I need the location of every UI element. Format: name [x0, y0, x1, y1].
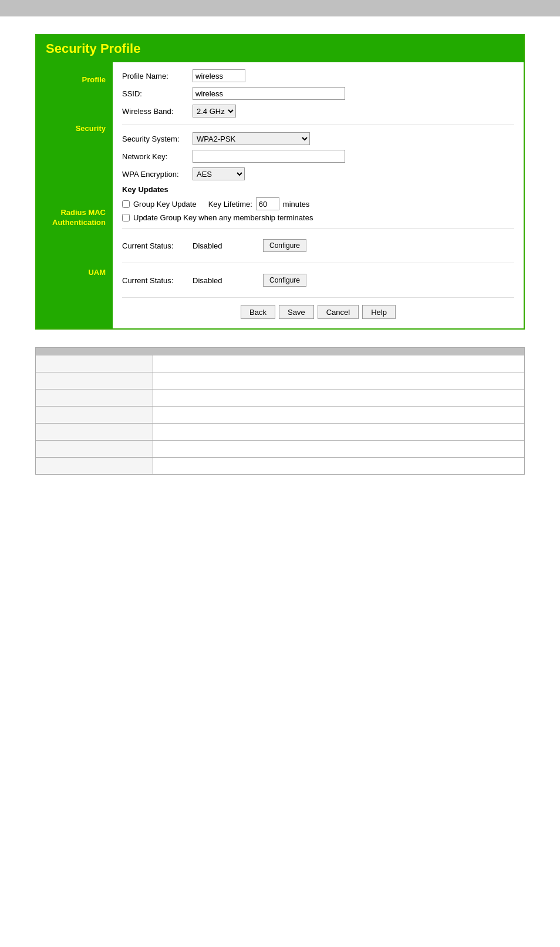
sidebar-profile-label: Profile — [41, 73, 108, 86]
table-cell-left — [36, 441, 153, 458]
uam-section: Current Status: Disabled Configure — [122, 263, 514, 291]
key-lifetime-label: Key Lifetime: — [208, 200, 252, 209]
uam-configure-button[interactable]: Configure — [263, 274, 306, 287]
network-key-input[interactable] — [193, 150, 345, 163]
update-group-key-label: Update Group Key when any membership ter… — [133, 213, 313, 222]
table-cell-left — [36, 372, 153, 389]
card-header: Security Profile — [36, 35, 524, 62]
wpa-encryption-select[interactable]: AES TKIP AES+TKIP — [193, 167, 245, 180]
section-divider-1 — [122, 125, 514, 125]
security-system-row: Security System: None WEP WPA-PSK WPA2-P… — [122, 132, 514, 145]
table-row — [36, 424, 525, 441]
group-key-update-checkbox[interactable] — [122, 200, 130, 208]
ssid-label: SSID: — [122, 89, 193, 98]
table-cell-right — [153, 389, 525, 407]
radius-configure-button[interactable]: Configure — [263, 239, 306, 252]
radius-status-row: Current Status: Disabled Configure — [122, 234, 514, 257]
group-key-update-label: Group Key Update — [133, 200, 197, 209]
top-bar — [0, 0, 560, 16]
help-button[interactable]: Help — [362, 305, 396, 319]
ssid-row: SSID: — [122, 87, 514, 100]
save-button[interactable]: Save — [279, 305, 314, 319]
card-body: Profile Security Radius MAC Authenticati… — [36, 62, 524, 328]
table-section — [35, 347, 525, 475]
sidebar-security-label: Security — [41, 122, 108, 135]
radius-status-label: Current Status: — [122, 241, 193, 250]
table-cell-right — [153, 355, 525, 372]
group-key-update-row: Group Key Update Key Lifetime: minutes — [122, 197, 514, 210]
network-key-row: Network Key: — [122, 150, 514, 163]
update-group-key-row: Update Group Key when any membership ter… — [122, 213, 514, 222]
back-button[interactable]: Back — [241, 305, 275, 319]
uam-status-row: Current Status: Disabled Configure — [122, 269, 514, 291]
table-cell-right — [153, 424, 525, 441]
key-updates-title: Key Updates — [122, 185, 514, 194]
table-row — [36, 407, 525, 424]
card-main-content: Profile Name: SSID: Wireless Band: 2.4 G… — [113, 62, 524, 328]
uam-status-value: Disabled — [193, 276, 263, 285]
data-table — [35, 347, 525, 475]
wireless-band-select[interactable]: 2.4 GHz 5 GHz — [193, 105, 236, 117]
wpa-encryption-label: WPA Encryption: — [122, 170, 193, 179]
table-row — [36, 389, 525, 407]
minutes-label: minutes — [283, 200, 310, 209]
security-system-label: Security System: — [122, 135, 193, 143]
table-cell-right — [153, 372, 525, 389]
radius-status-value: Disabled — [193, 241, 263, 250]
table-cell-left — [36, 424, 153, 441]
card-title: Security Profile — [46, 41, 140, 56]
wireless-band-row: Wireless Band: 2.4 GHz 5 GHz — [122, 105, 514, 117]
table-cell-right — [153, 407, 525, 424]
wpa-encryption-row: WPA Encryption: AES TKIP AES+TKIP — [122, 167, 514, 180]
table-row — [36, 372, 525, 389]
table-header-cell — [36, 348, 525, 355]
table-cell-left — [36, 458, 153, 475]
wireless-band-label: Wireless Band: — [122, 107, 193, 116]
table-cell-left — [36, 355, 153, 372]
profile-name-input[interactable] — [193, 69, 245, 82]
table-cell-left — [36, 407, 153, 424]
security-system-select[interactable]: None WEP WPA-PSK WPA2-PSK WPA-Enterprise — [193, 132, 310, 145]
key-lifetime-input[interactable] — [256, 197, 279, 210]
profile-name-label: Profile Name: — [122, 72, 193, 80]
table-row — [36, 458, 525, 475]
update-group-key-checkbox[interactable] — [122, 214, 130, 221]
network-key-label: Network Key: — [122, 152, 193, 161]
table-row — [36, 355, 525, 372]
card-sidebar: Profile Security Radius MAC Authenticati… — [36, 62, 113, 328]
uam-status-label: Current Status: — [122, 276, 193, 285]
security-profile-card: Security Profile Profile Security Radius… — [35, 34, 525, 330]
page-content: Security Profile Profile Security Radius… — [0, 28, 560, 486]
profile-name-row: Profile Name: — [122, 69, 514, 82]
ssid-input[interactable] — [193, 87, 345, 100]
sidebar-uam-label: UAM — [41, 266, 108, 279]
table-header-row — [36, 348, 525, 355]
table-row — [36, 441, 525, 458]
cancel-button[interactable]: Cancel — [318, 305, 359, 319]
footer-buttons: Back Save Cancel Help — [122, 297, 514, 319]
sidebar-radius-label: Radius MAC Authentication — [41, 206, 108, 230]
table-cell-left — [36, 389, 153, 407]
table-cell-right — [153, 458, 525, 475]
table-cell-right — [153, 441, 525, 458]
radius-section: Current Status: Disabled Configure — [122, 228, 514, 257]
